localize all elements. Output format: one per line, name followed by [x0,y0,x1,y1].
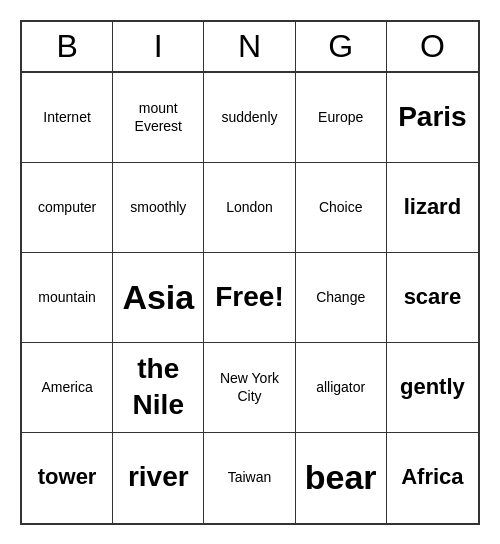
bingo-header: BINGO [22,22,478,73]
bingo-cell: river [113,433,204,523]
bingo-cell: Change [296,253,387,343]
bingo-cell: New York City [204,343,295,433]
bingo-cell: computer [22,163,113,253]
bingo-cell: Asia [113,253,204,343]
bingo-cell: Africa [387,433,478,523]
header-letter: N [204,22,295,71]
bingo-cell: London [204,163,295,253]
bingo-cell: the Nile [113,343,204,433]
bingo-cell: tower [22,433,113,523]
bingo-cell: Internet [22,73,113,163]
bingo-grid: Internetmount EverestsuddenlyEuropeParis… [22,73,478,523]
bingo-cell: Taiwan [204,433,295,523]
bingo-cell: mount Everest [113,73,204,163]
bingo-cell: Free! [204,253,295,343]
bingo-card: BINGO Internetmount EverestsuddenlyEurop… [20,20,480,525]
bingo-cell: smoothly [113,163,204,253]
bingo-cell: Choice [296,163,387,253]
bingo-cell: mountain [22,253,113,343]
bingo-cell: America [22,343,113,433]
header-letter: G [296,22,387,71]
bingo-cell: scare [387,253,478,343]
header-letter: B [22,22,113,71]
bingo-cell: suddenly [204,73,295,163]
bingo-cell: Europe [296,73,387,163]
bingo-cell: Paris [387,73,478,163]
bingo-cell: alligator [296,343,387,433]
bingo-cell: gently [387,343,478,433]
header-letter: I [113,22,204,71]
header-letter: O [387,22,478,71]
bingo-cell: lizard [387,163,478,253]
bingo-cell: bear [296,433,387,523]
